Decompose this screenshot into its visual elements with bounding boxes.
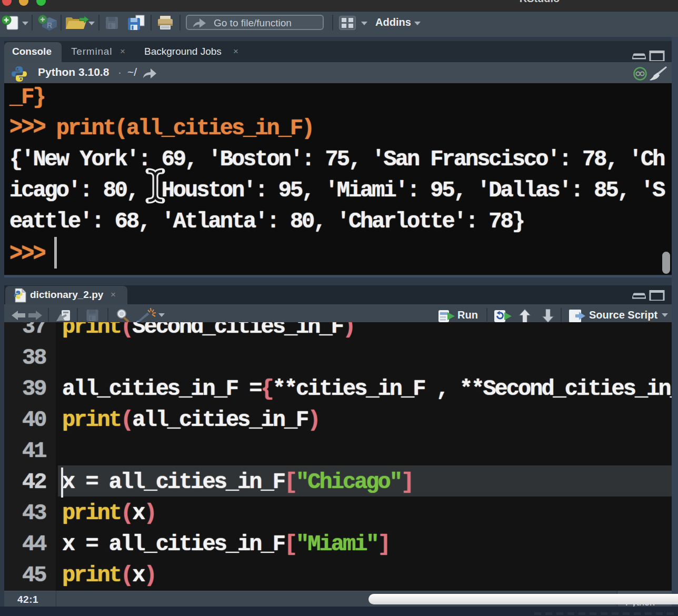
svg-text:R: R xyxy=(47,21,52,29)
